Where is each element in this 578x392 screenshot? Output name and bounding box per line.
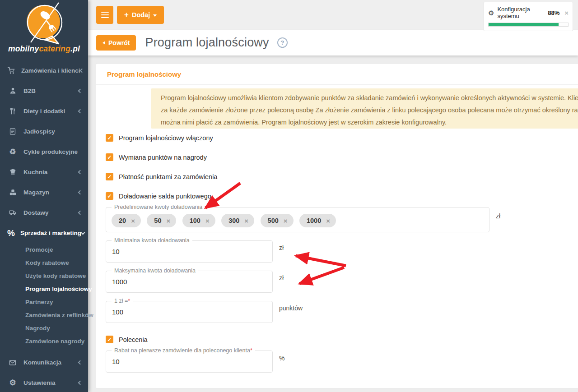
amount-tag[interactable]: 20× <box>112 214 141 227</box>
spoon-fork-logo-icon <box>16 2 72 45</box>
recycle-icon: ♻ <box>7 148 18 156</box>
sidebar-submenu-sprzedaz: Promocje Kody rabatowe Użyte kody rabato… <box>0 243 88 352</box>
envelope-icon <box>7 359 18 366</box>
chevron-left-icon <box>78 190 83 195</box>
field-suffix: punktów <box>279 304 303 312</box>
max-amount-input[interactable] <box>107 272 272 292</box>
checkbox-checked-icon[interactable]: ✓ <box>106 134 113 142</box>
sidebar-item-ustawienia[interactable]: ⚙ Ustawienia <box>0 373 88 392</box>
chef-hat-icon <box>7 168 18 176</box>
topbar: + Dodaj ⚙ Konfiguracja systemu 88% × <box>88 0 578 30</box>
checkbox-label: Wymiana punktów na nagrody <box>119 154 207 161</box>
remove-tag-icon[interactable]: × <box>326 217 330 225</box>
loyalty-program-panel: Program lojalnościowy Program lojalności… <box>96 63 578 389</box>
predefined-amounts-field[interactable]: Predefiniowane kwoty doładowania 20× 50×… <box>106 207 489 232</box>
sidebar-item-promocje[interactable]: Promocje <box>0 243 88 256</box>
menu-toggle-button[interactable] <box>96 6 113 24</box>
amount-tag[interactable]: 500× <box>261 214 294 227</box>
sidebar-item-nagrody[interactable]: Nagrody <box>0 322 88 335</box>
plus-icon: + <box>124 10 129 19</box>
sidebar-item-zamowione-nagrody[interactable]: Zamówione nagrody <box>0 335 88 348</box>
checkbox-label: Doładowanie salda punktowego <box>119 193 211 200</box>
add-button[interactable]: + Dodaj <box>117 6 164 24</box>
amount-tag[interactable]: 1000× <box>299 214 336 227</box>
checkbox-checked-icon[interactable]: ✓ <box>106 192 113 200</box>
field-suffix: % <box>279 355 284 362</box>
checkbox-checked-icon[interactable]: ✓ <box>106 153 113 161</box>
brand-logo[interactable]: mobilnycatering.pl <box>0 2 88 59</box>
back-button[interactable]: Powrót <box>96 35 136 51</box>
amount-tag[interactable]: 300× <box>221 214 254 227</box>
max-amount-field: Maksymalna kwota doładowania <box>106 271 273 293</box>
person-icon <box>7 87 18 95</box>
field-suffix: zł <box>279 274 284 281</box>
sidebar-nav: Zamówienia i klienci B2B Diety i dodatki… <box>0 60 88 392</box>
amount-tag[interactable]: 100× <box>182 214 215 227</box>
min-amount-input[interactable] <box>107 241 272 262</box>
page-header: Powrót Program lojalnościowy ? <box>88 30 578 55</box>
remove-tag-icon[interactable]: × <box>284 217 288 225</box>
sidebar-item-label: Kuchnia <box>23 169 47 175</box>
sidebar-item-label: Ustawienia <box>23 379 56 386</box>
referral-discount-field: Rabat na pierwsze zamówienie dla polecon… <box>106 350 273 373</box>
sidebar-item-label: Sprzedaż i marketing <box>20 230 81 236</box>
chevron-left-icon <box>78 211 83 215</box>
points-rate-input[interactable] <box>107 302 272 322</box>
sidebar-item-label: Jadłospisy <box>23 128 55 135</box>
sidebar-item-diety-i-dodatki[interactable]: Diety i dodatki <box>0 101 88 121</box>
remove-tag-icon[interactable]: × <box>167 217 171 225</box>
info-line: Program lojalnościowy umożliwia klientom… <box>161 92 578 104</box>
checkbox-doladowanie-salda[interactable]: ✓ Doładowanie salda punktowego <box>106 192 578 200</box>
sidebar: mobilnycatering.pl Zamówienia i klienci … <box>0 0 88 392</box>
gear-icon: ⚙ <box>488 9 494 16</box>
sidebar-item-sprzedaz-i-marketing[interactable]: % Sprzedaż i marketing <box>0 223 88 243</box>
remove-tag-icon[interactable]: × <box>205 217 210 225</box>
sidebar-item-zamowienia-z-reflinkow[interactable]: Zamówienia z reflinków <box>0 309 88 322</box>
chevron-left-icon <box>78 170 83 175</box>
info-line: można nimi płacić za zamówienia. Program… <box>161 116 578 129</box>
sidebar-item-label: Diety i dodatki <box>23 108 65 115</box>
checkbox-checked-icon[interactable]: ✓ <box>106 336 113 343</box>
sidebar-item-b2b[interactable]: B2B <box>0 81 88 101</box>
help-icon[interactable]: ? <box>277 37 288 48</box>
checkbox-platnosc-punktami[interactable]: ✓ Płatność punktami za zamówienia <box>106 173 578 180</box>
sidebar-item-magazyn[interactable]: Magazyn <box>0 182 88 203</box>
field-label: Predefiniowane kwoty doładowania <box>112 204 205 210</box>
checkbox-checked-icon[interactable]: ✓ <box>106 173 113 180</box>
chevron-left-icon <box>78 89 83 93</box>
amount-tag[interactable]: 50× <box>147 214 176 227</box>
sidebar-item-uzyte-kody-rabatowe[interactable]: Użyte kody rabatowe <box>0 269 88 282</box>
min-amount-field: Minimalna kwota doładowania <box>106 240 273 263</box>
sidebar-item-partnerzy[interactable]: Partnerzy <box>0 295 88 309</box>
boxes-icon <box>7 189 18 196</box>
referral-discount-input[interactable] <box>107 351 272 372</box>
field-suffix: zł <box>279 244 284 251</box>
checkbox-program-wlaczony[interactable]: ✓ Program lojalnościowy włączony <box>106 134 578 142</box>
caret-down-icon <box>153 14 157 17</box>
sidebar-item-kuchnia[interactable]: Kuchnia <box>0 162 88 182</box>
checkbox-polecenia[interactable]: ✓ Polecenia <box>106 336 578 343</box>
sidebar-item-program-lojalnosciowy[interactable]: Program lojalnościowy <box>0 282 88 295</box>
chevron-left-icon <box>78 360 83 365</box>
points-rate-field: 1 zł =* <box>106 301 273 323</box>
sidebar-item-cykle-produkcyjne[interactable]: ♻ Cykle produkcyjne <box>0 142 88 162</box>
sidebar-item-label: Magazyn <box>23 189 49 196</box>
sidebar-item-jadlospisy[interactable]: Jadłospisy <box>0 121 88 142</box>
checkbox-wymiana-punktow[interactable]: ✓ Wymiana punktów na nagrody <box>106 153 578 161</box>
config-label: Konfiguracja systemu <box>497 6 545 19</box>
remove-tag-icon[interactable]: × <box>131 217 135 225</box>
sidebar-item-zamowienia-i-klienci[interactable]: Zamówienia i klienci <box>0 60 88 81</box>
remove-tag-icon[interactable]: × <box>244 217 248 225</box>
sidebar-item-label: Komunikacja <box>23 359 61 366</box>
sidebar-item-komunikacja[interactable]: Komunikacja <box>0 352 88 373</box>
chevron-left-icon <box>79 69 84 73</box>
brand-wordmark: mobilnycatering.pl <box>0 44 88 54</box>
close-icon[interactable]: × <box>564 9 569 16</box>
sidebar-item-dostawy[interactable]: Dostawy <box>0 203 88 223</box>
sidebar-item-kody-rabatowe[interactable]: Kody rabatowe <box>0 256 88 269</box>
truck-icon <box>7 209 18 217</box>
gear-icon: ⚙ <box>7 379 18 387</box>
config-progress-fill <box>489 23 559 26</box>
utensils-icon <box>7 107 18 115</box>
config-progress-bar <box>488 23 569 27</box>
